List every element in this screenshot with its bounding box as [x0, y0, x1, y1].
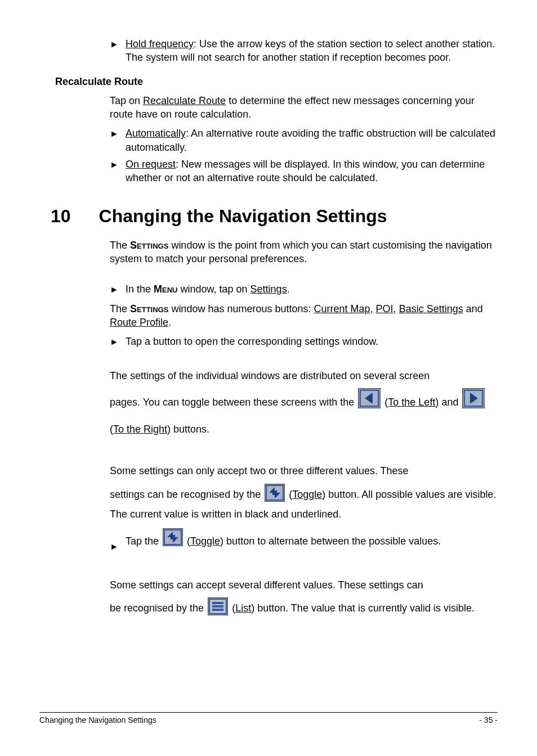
list-text-2: be recognised by the (List) button. The … — [110, 597, 498, 620]
to-the-right-link: To the Right — [113, 424, 167, 435]
recalculate-route-heading: Recalculate Route — [55, 75, 498, 88]
tap-toggle-text: Tap the (Toggle) button to alternate bet… — [126, 528, 498, 557]
on-request-label: On request — [126, 159, 176, 170]
list-text-1: Some settings can accept several differe… — [110, 578, 498, 592]
basic-settings-link: Basic Settings — [399, 303, 463, 314]
menu-smallcaps: Menu — [154, 284, 177, 295]
svg-rect-18 — [212, 609, 223, 611]
onreq-text: On request: New messages will be display… — [126, 158, 498, 185]
svg-rect-16 — [212, 602, 223, 604]
section-number: 10 — [51, 204, 71, 228]
to-the-left-icon — [358, 388, 381, 417]
page-footer: Changing the Navigation Settings - 35 - — [39, 712, 498, 726]
list-icon — [208, 597, 228, 620]
bullet-arrow: ► — [110, 37, 126, 65]
menu-tap-settings: In the Menu window, tap on Settings. — [126, 282, 498, 296]
svg-rect-17 — [212, 605, 223, 608]
settings-smallcaps: Settings — [130, 240, 168, 251]
current-map-link: Current Map — [314, 303, 370, 314]
toggle-icon — [265, 484, 285, 507]
bullet-arrow: ► — [110, 282, 126, 296]
route-profile-link: Route Profile — [110, 317, 168, 328]
footer-page-number: - 35 - — [479, 715, 498, 726]
settings-link: Settings — [250, 284, 287, 295]
toggle-text-1: Some settings can only accept two or thr… — [110, 464, 498, 478]
toggle-text-2: settings can be recognised by the (Toggl… — [110, 484, 498, 523]
section-title: Changing the Navigation Settings — [99, 204, 387, 228]
toggle-icon — [163, 528, 183, 555]
toggle-link-2: Toggle — [190, 536, 220, 547]
poi-link: POI — [376, 303, 393, 314]
bullet-arrow: ► — [110, 528, 126, 557]
settings-intro: The Settings window is the point from wh… — [110, 238, 498, 266]
toggle-link: Toggle — [292, 489, 322, 500]
hold-frequency-label: Hold frequency — [126, 38, 194, 50]
auto-text: Automatically: An alternative route avoi… — [126, 127, 498, 154]
recalc-route-link: Recalculate Route — [143, 95, 226, 106]
pages-text-1: The settings of the individual windows a… — [110, 369, 498, 382]
list-link: List — [235, 602, 251, 614]
bullet-arrow: ► — [110, 335, 126, 348]
hold-frequency-text: Hold frequency: Use the arrow keys of th… — [126, 37, 498, 65]
settings-buttons-text: The Settings window has numerous buttons… — [110, 302, 498, 330]
to-the-right-icon — [462, 388, 485, 417]
automatically-label: Automatically — [126, 128, 186, 139]
tap-button-text: Tap a button to open the corresponding s… — [126, 335, 498, 348]
bullet-arrow: ► — [110, 127, 126, 154]
recalc-intro: Tap on Recalculate Route to determine th… — [110, 94, 498, 122]
pages-text-2: pages. You can toggle between these scre… — [110, 388, 498, 442]
to-the-left-link: To the Left — [388, 397, 435, 408]
bullet-arrow: ► — [110, 158, 126, 185]
footer-left: Changing the Navigation Settings — [39, 715, 156, 726]
